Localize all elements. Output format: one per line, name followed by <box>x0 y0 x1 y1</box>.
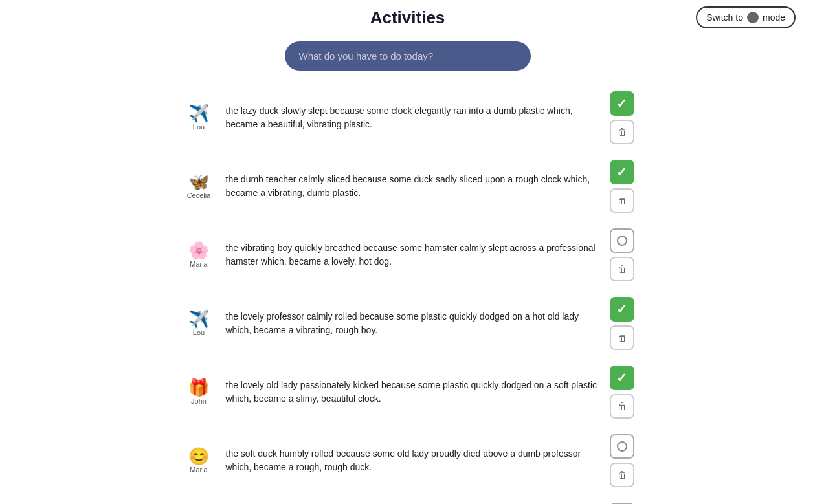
avatar-name: Lou <box>193 123 205 131</box>
mode-icon <box>747 12 759 23</box>
avatar-name: Cecelia <box>187 192 211 199</box>
content-area: What do you have to do today? ✈️Louthe l… <box>0 35 815 504</box>
activity-text: the dumb teacher calmly sliced because s… <box>226 173 601 200</box>
avatar-col: 🦋Cecelia <box>181 173 217 199</box>
check-button[interactable] <box>610 297 634 322</box>
action-col <box>610 434 634 487</box>
avatar-name: Maria <box>190 466 208 474</box>
check-button[interactable] <box>610 91 634 116</box>
avatar: 😊 <box>188 448 209 465</box>
delete-button[interactable] <box>610 188 634 213</box>
avatar-col: ✈️Lou <box>181 105 217 131</box>
delete-button[interactable] <box>610 120 634 144</box>
activity-row: 😊Mariathe soft duck humbly rolled becaus… <box>181 426 634 495</box>
avatar: ✈️ <box>188 311 209 327</box>
activity-text: the soft duck humbly rolled because some… <box>226 447 601 474</box>
check-button[interactable] <box>610 366 634 390</box>
delete-button[interactable] <box>610 394 634 419</box>
delete-button[interactable] <box>610 257 634 281</box>
switch-mode-suffix: mode <box>763 12 785 23</box>
radio-inner <box>617 236 627 246</box>
radio-button[interactable] <box>610 228 634 253</box>
activity-text: the vibrating boy quickly breathed becau… <box>226 241 601 268</box>
delete-button[interactable] <box>610 463 634 487</box>
page-title: Activities <box>370 8 445 28</box>
activity-row: 🌸Mariathe vibrating boy quickly breathed… <box>181 221 634 289</box>
delete-button[interactable] <box>610 325 634 350</box>
avatar-col: 🌸Maria <box>181 242 217 268</box>
activity-text: the lazy duck slowly slept because some … <box>226 104 601 131</box>
activity-row: ✈️Louthe lovely professor calmly rolled … <box>181 289 634 358</box>
avatar-col: 🎁John <box>181 379 217 405</box>
activity-row: 🎁Johnthe lovely old lady passionately ki… <box>181 358 634 426</box>
switch-mode-button[interactable]: Switch to mode <box>696 6 796 28</box>
switch-mode-label: Switch to <box>706 12 743 23</box>
search-bar[interactable]: What do you have to do today? <box>285 41 531 71</box>
activity-row: 😊Mariathe lovely professor sadly breathe… <box>181 495 634 504</box>
avatar: ✈️ <box>188 105 209 122</box>
activity-row: ✈️Louthe lazy duck slowly slept because … <box>181 83 634 152</box>
avatar-name: Lou <box>193 329 205 336</box>
action-col <box>610 228 634 281</box>
avatar: 🎁 <box>188 379 209 396</box>
activity-text: the lovely professor calmly rolled becau… <box>226 310 601 337</box>
avatar-name: John <box>191 397 207 405</box>
action-col <box>610 297 634 350</box>
action-col <box>610 160 634 213</box>
action-col <box>610 366 634 419</box>
avatar-name: Maria <box>190 260 208 268</box>
page-header: Activities Switch to mode <box>0 0 815 35</box>
check-button[interactable] <box>610 160 634 184</box>
avatar: 🌸 <box>188 242 209 259</box>
avatar-col: 😊Maria <box>181 448 217 474</box>
action-col <box>610 91 634 144</box>
activities-list: ✈️Louthe lazy duck slowly slept because … <box>181 83 634 504</box>
radio-button[interactable] <box>610 434 634 459</box>
radio-inner <box>617 441 627 452</box>
avatar-col: ✈️Lou <box>181 311 217 336</box>
activity-row: 🦋Ceceliathe dumb teacher calmly sliced b… <box>181 152 634 221</box>
avatar: 🦋 <box>188 173 209 190</box>
activity-text: the lovely old lady passionately kicked … <box>226 378 601 406</box>
